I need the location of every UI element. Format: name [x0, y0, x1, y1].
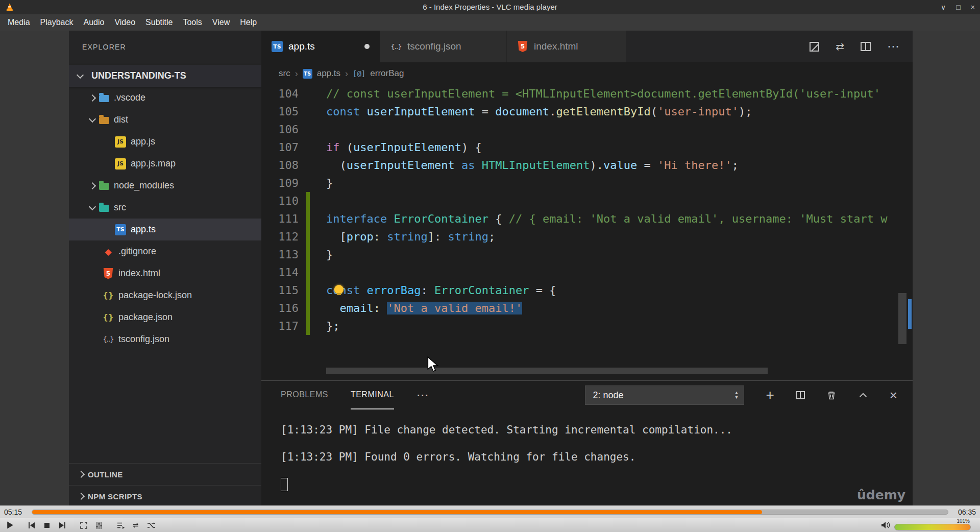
tree-item-node-modules[interactable]: node_modules — [69, 175, 261, 197]
code-text: } — [326, 174, 333, 192]
menu-subtitle[interactable]: Subtitle — [140, 15, 178, 30]
panel-more-icon[interactable]: ⋯ — [416, 388, 429, 402]
code-editor[interactable]: 104// const userInputElement = <HTMLInpu… — [261, 85, 913, 380]
previous-button[interactable] — [24, 519, 38, 531]
modified-dot-icon[interactable] — [364, 44, 370, 49]
tab-tsconfig-json[interactable]: {..}tsconfig.json — [380, 31, 507, 62]
menu-media[interactable]: Media — [3, 15, 35, 30]
editor-tabbar: TSapp.ts{..}tsconfig.json5index.html ⇄ ⋯ — [261, 31, 913, 62]
play-button[interactable] — [3, 519, 17, 531]
code-line-107[interactable]: 107if (userInputElement) { — [261, 138, 913, 156]
crumb-app-ts[interactable]: app.ts — [317, 68, 340, 79]
ts-file-icon: TS — [272, 41, 283, 52]
video-area[interactable]: EXPLORER UNDERSTANDING-TS.vscodedistJSap… — [0, 31, 980, 505]
menu-audio[interactable]: Audio — [79, 15, 110, 30]
tree-item-app-ts[interactable]: TSapp.ts — [69, 219, 261, 240]
panel-tab-terminal[interactable]: TERMINAL — [351, 381, 394, 409]
volume-slider[interactable] — [894, 524, 971, 530]
code-line-110[interactable]: 110 — [261, 192, 913, 210]
code-line-108[interactable]: 108 (userInputElement as HTMLInputElemen… — [261, 156, 913, 174]
code-line-105[interactable]: 105const userInputElement = document.get… — [261, 103, 913, 120]
tab-app-ts[interactable]: TSapp.ts — [261, 31, 380, 62]
minimize-icon[interactable]: ∨ — [941, 3, 946, 11]
code-line-115[interactable]: 115const errorBag: ErrorContainer = { — [261, 281, 913, 299]
chevron-down-icon[interactable] — [87, 203, 96, 212]
tree-item-label: tsconfig.json — [118, 334, 169, 345]
tree-item-package-json[interactable]: {}package.json — [69, 306, 261, 328]
menu-playback[interactable]: Playback — [35, 15, 79, 30]
maximize-icon[interactable]: □ — [956, 3, 960, 11]
code-line-113[interactable]: 113} — [261, 246, 913, 263]
chevron-right-icon[interactable] — [87, 93, 96, 103]
explorer-sidebar: EXPLORER UNDERSTANDING-TS.vscodedistJSap… — [69, 31, 261, 505]
chevron-right-icon[interactable] — [76, 470, 85, 479]
tree-item-understanding-ts[interactable]: UNDERSTANDING-TS — [69, 65, 261, 87]
tree-item-tsconfig-json[interactable]: {..}tsconfig.json — [69, 328, 261, 350]
line-number: 115 — [261, 281, 299, 299]
tree-item-app-js[interactable]: JSapp.js — [69, 131, 261, 153]
tree-item-label: index.html — [118, 268, 160, 279]
split-editor-icon[interactable] — [861, 42, 871, 51]
chevron-down-icon[interactable] — [87, 115, 96, 125]
code-line-111[interactable]: 111interface ErrorContainer { // { email… — [261, 210, 913, 228]
maximize-panel-icon[interactable] — [858, 390, 868, 400]
panel-tab-problems[interactable]: PROBLEMS — [281, 381, 328, 409]
chevron-right-icon[interactable] — [87, 181, 96, 190]
speaker-icon[interactable] — [881, 521, 891, 529]
loop-button[interactable] — [129, 519, 142, 531]
menu-view[interactable]: View — [207, 15, 235, 30]
menu-help[interactable]: Help — [235, 15, 262, 30]
open-changes-icon[interactable] — [810, 42, 819, 52]
kill-terminal-icon[interactable] — [826, 390, 837, 400]
terminal-panel: PROBLEMSTERMINAL ⋯ 2: node ▲▼ + — [261, 380, 913, 505]
terminal-output[interactable]: [1:13:23 PM] File change detected. Start… — [261, 409, 913, 491]
code-line-106[interactable]: 106 — [261, 120, 913, 138]
chevron-right-icon[interactable] — [76, 492, 85, 501]
code-line-116[interactable]: 116 email: 'Not a valid email!' — [261, 299, 913, 317]
line-number: 109 — [261, 174, 299, 192]
tree-item-vscode[interactable]: .vscode — [69, 87, 261, 109]
crumb-errorbag[interactable]: errorBag — [370, 68, 404, 79]
new-terminal-icon[interactable]: + — [766, 390, 774, 400]
random-button[interactable] — [144, 519, 158, 531]
seek-bar[interactable] — [32, 510, 948, 515]
tree-item-app-js-map[interactable]: JSapp.js.map — [69, 153, 261, 175]
terminal-select[interactable]: 2: node ▲▼ — [585, 385, 744, 405]
tree-item-dist[interactable]: dist — [69, 109, 261, 131]
chevron-down-icon[interactable] — [75, 71, 84, 81]
close-icon[interactable]: × — [971, 3, 975, 11]
more-actions-icon[interactable]: ⋯ — [887, 44, 899, 49]
compare-icon[interactable]: ⇄ — [836, 40, 844, 53]
select-spinner-icon: ▲▼ — [734, 391, 739, 400]
playlist-button[interactable] — [113, 519, 127, 531]
code-line-109[interactable]: 109} — [261, 174, 913, 192]
next-button[interactable] — [55, 519, 69, 531]
extended-settings-button[interactable] — [92, 519, 106, 531]
tree-item-index-html[interactable]: 5index.html — [69, 262, 261, 284]
tree-item-gitignore[interactable]: ◆.gitignore — [69, 240, 261, 262]
menu-tools[interactable]: Tools — [178, 15, 207, 30]
tree-item-label: app.js — [131, 136, 155, 147]
file-tree: UNDERSTANDING-TS.vscodedistJSapp.jsJSapp… — [69, 65, 261, 350]
code-line-112[interactable]: 112 [prop: string]: string; — [261, 228, 913, 246]
vertical-scrollbar[interactable] — [898, 293, 906, 344]
close-panel-icon[interactable]: × — [890, 390, 897, 400]
code-line-117[interactable]: 117}; — [261, 317, 913, 335]
lightbulb-icon[interactable] — [334, 285, 344, 294]
code-line-114[interactable]: 114 — [261, 263, 913, 281]
sidebar-section-outline[interactable]: OUTLINE — [69, 463, 261, 485]
tree-item-package-lock-json[interactable]: {}package-lock.json — [69, 284, 261, 306]
split-terminal-icon[interactable] — [796, 391, 805, 399]
vlc-titlebar: 6 - Index Properties - VLC media player … — [0, 0, 980, 14]
stop-button[interactable] — [40, 519, 54, 531]
tree-item-src[interactable]: src — [69, 197, 261, 219]
crumb-src[interactable]: src — [279, 68, 290, 79]
sidebar-section-npm-scripts[interactable]: NPM SCRIPTS — [69, 485, 261, 505]
tab-index-html[interactable]: 5index.html — [507, 31, 627, 62]
selected-text: 'Not a valid email!' — [387, 302, 522, 315]
horizontal-scrollbar[interactable] — [326, 368, 768, 374]
code-line-104[interactable]: 104// const userInputElement = <HTMLInpu… — [261, 85, 913, 103]
fullscreen-button[interactable] — [77, 519, 90, 531]
symbol-field-icon: [@] — [353, 69, 365, 78]
menu-video[interactable]: Video — [109, 15, 140, 30]
